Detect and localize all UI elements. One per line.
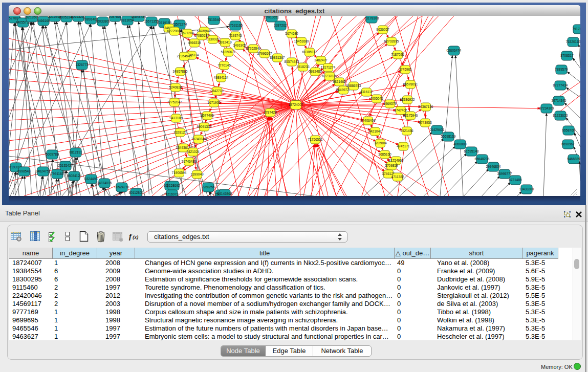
svg-text:17080531: 17080531 xyxy=(194,34,209,37)
svg-text:4060883: 4060883 xyxy=(453,142,467,146)
svg-text:5466889: 5466889 xyxy=(567,157,580,161)
svg-text:87277434: 87277434 xyxy=(553,83,568,87)
svg-text:29946804: 29946804 xyxy=(486,165,501,168)
svg-text:85574443: 85574443 xyxy=(285,60,299,63)
svg-text:8721489: 8721489 xyxy=(509,178,522,182)
svg-text:55698169: 55698169 xyxy=(441,135,456,138)
svg-text:5240824: 5240824 xyxy=(169,85,182,89)
svg-text:9413186: 9413186 xyxy=(169,116,183,120)
svg-text:9421047: 9421047 xyxy=(368,129,382,133)
svg-text:13171274: 13171274 xyxy=(321,65,336,69)
svg-text:25135427: 25135427 xyxy=(58,164,73,167)
svg-text:4745171: 4745171 xyxy=(397,144,410,148)
svg-text:3685160: 3685160 xyxy=(378,152,391,156)
svg-text:7770143: 7770143 xyxy=(217,63,231,67)
svg-text:7917693: 7917693 xyxy=(572,27,580,31)
svg-text:8813054: 8813054 xyxy=(121,18,134,22)
svg-text:3387262: 3387262 xyxy=(274,24,287,27)
svg-text:6690967: 6690967 xyxy=(561,142,575,146)
svg-text:16033809: 16033809 xyxy=(96,19,111,23)
svg-text:98084124: 98084124 xyxy=(67,174,82,178)
svg-text:1824493: 1824493 xyxy=(84,177,98,181)
svg-text:65648236: 65648236 xyxy=(475,157,490,161)
svg-text:7889579: 7889579 xyxy=(555,68,568,71)
svg-text:36995777: 36995777 xyxy=(497,172,512,176)
svg-text:2260256: 2260256 xyxy=(202,185,215,189)
svg-text:1326773: 1326773 xyxy=(75,63,89,67)
svg-text:94406409: 94406409 xyxy=(361,119,376,122)
svg-text:6466160: 6466160 xyxy=(37,19,50,23)
svg-text:1491905: 1491905 xyxy=(233,43,246,47)
svg-text:34957885: 34957885 xyxy=(173,70,188,73)
svg-text:8708317: 8708317 xyxy=(560,54,574,57)
svg-text:2787429: 2787429 xyxy=(264,111,277,114)
svg-text:62386922: 62386922 xyxy=(400,98,415,101)
svg-text:80831367: 80831367 xyxy=(270,56,285,59)
svg-text:7187026: 7187026 xyxy=(391,53,404,56)
svg-text:9521456: 9521456 xyxy=(400,129,413,133)
svg-text:9743953: 9743953 xyxy=(419,121,432,124)
svg-text:34624751: 34624751 xyxy=(36,169,51,173)
svg-text:27354549: 27354549 xyxy=(177,54,192,58)
svg-text:67010651: 67010651 xyxy=(265,16,279,19)
svg-text:9912419: 9912419 xyxy=(219,40,232,44)
svg-text:49894134: 49894134 xyxy=(214,76,229,79)
svg-text:4005045: 4005045 xyxy=(370,97,383,100)
svg-text:00524278: 00524278 xyxy=(115,185,129,189)
svg-text:2328120: 2328120 xyxy=(173,130,187,134)
svg-text:71746488: 71746488 xyxy=(182,160,197,163)
svg-text:3482477: 3482477 xyxy=(314,58,328,62)
svg-text:73178108: 73178108 xyxy=(364,16,379,20)
svg-text:79740344: 79740344 xyxy=(191,137,206,141)
svg-text:01429401: 01429401 xyxy=(430,128,445,132)
svg-text:5009788: 5009788 xyxy=(46,152,59,156)
svg-text:74367136: 74367136 xyxy=(419,105,433,108)
svg-text:4711382: 4711382 xyxy=(391,175,404,179)
svg-text:1399049: 1399049 xyxy=(190,172,204,176)
svg-text:62702895: 62702895 xyxy=(384,39,399,43)
svg-text:3709859: 3709859 xyxy=(385,164,398,167)
svg-text:73572274: 73572274 xyxy=(172,23,187,26)
svg-text:71756551: 71756551 xyxy=(308,138,323,141)
svg-text:34714345: 34714345 xyxy=(552,99,567,102)
svg-text:3747407: 3747407 xyxy=(394,108,407,112)
svg-text:6998543: 6998543 xyxy=(17,169,31,173)
svg-text:3285884: 3285884 xyxy=(374,141,387,145)
svg-text:02606474: 02606474 xyxy=(447,49,462,52)
svg-text:0330923: 0330923 xyxy=(206,37,220,41)
svg-text:77752047: 77752047 xyxy=(167,100,182,104)
svg-text:61595148: 61595148 xyxy=(464,149,479,153)
svg-text:87234309: 87234309 xyxy=(539,106,554,110)
svg-text:9821465: 9821465 xyxy=(333,80,346,83)
svg-text:82175946: 82175946 xyxy=(403,114,418,117)
svg-text:62729806: 62729806 xyxy=(167,29,182,33)
svg-text:15451680: 15451680 xyxy=(294,39,309,43)
svg-text:55886753: 55886753 xyxy=(346,84,361,87)
svg-text:0932480: 0932480 xyxy=(309,70,322,73)
svg-text:2421024: 2421024 xyxy=(186,150,200,154)
svg-text:37996507: 37996507 xyxy=(257,52,272,55)
svg-text:10648784: 10648784 xyxy=(132,16,146,18)
svg-text:5674680: 5674680 xyxy=(285,32,298,35)
svg-text:76320163: 76320163 xyxy=(566,40,580,43)
svg-text:2087652: 2087652 xyxy=(108,16,122,18)
svg-text:18724007: 18724007 xyxy=(289,103,303,106)
svg-text:1745961: 1745961 xyxy=(399,68,412,71)
svg-text:81223623: 81223623 xyxy=(553,114,568,117)
svg-text:9636057: 9636057 xyxy=(376,28,389,31)
svg-text:1969379: 1969379 xyxy=(383,102,397,105)
svg-text:1627204: 1627204 xyxy=(181,31,194,35)
svg-text:67737826: 67737826 xyxy=(322,74,337,78)
svg-text:60385977: 60385977 xyxy=(302,50,317,54)
svg-text:86578091: 86578091 xyxy=(403,82,418,86)
svg-text:f: f xyxy=(129,232,133,240)
svg-text:0812191: 0812191 xyxy=(69,150,82,154)
svg-text:4216073: 4216073 xyxy=(165,192,179,196)
svg-text:3158692: 3158692 xyxy=(167,184,180,187)
svg-text:3518233: 3518233 xyxy=(296,65,310,69)
svg-text:(x): (x) xyxy=(133,234,139,240)
svg-text:54145868: 54145868 xyxy=(217,192,232,195)
svg-text:1671902: 1671902 xyxy=(207,101,221,104)
svg-text:57262849: 57262849 xyxy=(246,47,261,50)
svg-text:51850671: 51850671 xyxy=(221,50,236,54)
